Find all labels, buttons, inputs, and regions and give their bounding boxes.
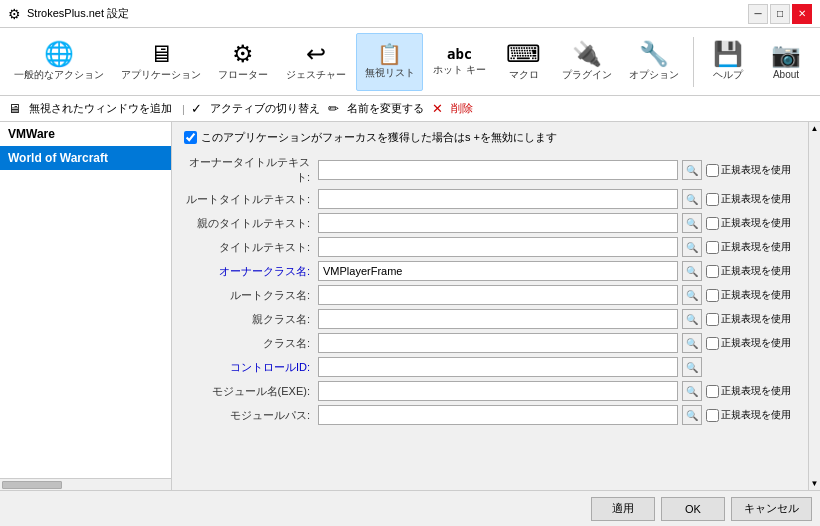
regex-title: 正規表現を使用 xyxy=(706,240,796,254)
regex-parent-class: 正規表現を使用 xyxy=(706,312,796,326)
regex-label-root-class: 正規表現を使用 xyxy=(721,288,791,302)
toolbar-help-label: ヘルプ xyxy=(713,68,743,82)
toolbar-application[interactable]: 🖥 アプリケーション xyxy=(113,33,208,91)
regex-cb-owner-class[interactable] xyxy=(706,265,719,278)
label-root-title: ルートタイトルテキスト: xyxy=(184,192,314,207)
regex-label-parent-class: 正規表現を使用 xyxy=(721,312,791,326)
toolbar-macro-label: マクロ xyxy=(509,68,539,82)
regex-label-module: 正規表現を使用 xyxy=(721,384,791,398)
input-root-class[interactable] xyxy=(318,285,678,305)
label-class: クラス名: xyxy=(184,336,314,351)
sidebar-item-vmware[interactable]: VMWare xyxy=(0,122,171,146)
input-title[interactable] xyxy=(318,237,678,257)
search-btn-owner-title[interactable]: 🔍 xyxy=(682,160,702,180)
regex-cb-root-title[interactable] xyxy=(706,193,719,206)
plugin-icon: 🔌 xyxy=(572,42,602,66)
toolbar-about-label: About xyxy=(773,69,799,80)
delete-button[interactable]: 削除 xyxy=(447,100,477,117)
input-parent-title[interactable] xyxy=(318,213,678,233)
input-parent-class[interactable] xyxy=(318,309,678,329)
toolbar-application-label: アプリケーション xyxy=(121,68,201,82)
disable-checkbox-label: このアプリケーションがフォーカスを獲得した場合はs +を無効にします xyxy=(201,130,557,145)
regex-cb-parent-title[interactable] xyxy=(706,217,719,230)
label-owner-title: オーナータイトルテキスト: xyxy=(184,155,314,185)
toolbar-options[interactable]: 🔧 オプション xyxy=(621,33,687,91)
regex-cb-title[interactable] xyxy=(706,241,719,254)
ok-button[interactable]: OK xyxy=(661,497,725,521)
close-button[interactable]: ✕ xyxy=(792,4,812,24)
sidebar: VMWare World of Warcraft xyxy=(0,122,172,478)
input-owner-class[interactable] xyxy=(318,261,678,281)
gesture-icon: ↩ xyxy=(306,42,326,66)
toolbar-about[interactable]: 📷 About xyxy=(758,33,814,91)
form-grid: オーナータイトルテキスト:🔍正規表現を使用ルートタイトルテキスト:🔍正規表現を使… xyxy=(184,155,796,425)
switch-active-button[interactable]: アクティブの切り替え xyxy=(206,100,324,117)
toolbar-general[interactable]: 🌐 一般的なアクション xyxy=(6,33,111,91)
toolbar-plugin-label: プラグイン xyxy=(562,68,612,82)
input-root-title[interactable] xyxy=(318,189,678,209)
cancel-button[interactable]: キャンセル xyxy=(731,497,812,521)
label-parent-class: 親クラス名: xyxy=(184,312,314,327)
search-btn-parent-class[interactable]: 🔍 xyxy=(682,309,702,329)
label-owner-class: オーナークラス名: xyxy=(184,264,314,279)
switch-icon: ✓ xyxy=(191,101,202,116)
label-parent-title: 親のタイトルテキスト: xyxy=(184,216,314,231)
search-btn-module2[interactable]: 🔍 xyxy=(682,405,702,425)
add-window-button[interactable]: 無視されたウィンドウを追加 xyxy=(25,100,176,117)
search-btn-owner-class[interactable]: 🔍 xyxy=(682,261,702,281)
search-btn-control-id[interactable]: 🔍 xyxy=(682,357,702,377)
input-control-id[interactable] xyxy=(318,357,678,377)
input-module2[interactable] xyxy=(318,405,678,425)
search-btn-parent-title[interactable]: 🔍 xyxy=(682,213,702,233)
search-btn-title[interactable]: 🔍 xyxy=(682,237,702,257)
scroll-up-arrow[interactable]: ▲ xyxy=(811,124,819,133)
regex-module: 正規表現を使用 xyxy=(706,384,796,398)
regex-cb-module[interactable] xyxy=(706,385,719,398)
regex-label-module2: 正規表現を使用 xyxy=(721,408,791,422)
search-btn-class[interactable]: 🔍 xyxy=(682,333,702,353)
disable-checkbox[interactable] xyxy=(184,131,197,144)
regex-cb-root-class[interactable] xyxy=(706,289,719,302)
regex-label-owner-title: 正規表現を使用 xyxy=(721,163,791,177)
toolbar-plugin[interactable]: 🔌 プラグイン xyxy=(554,33,620,91)
app-icon: ⚙ xyxy=(8,6,21,22)
apply-button[interactable]: 適用 xyxy=(591,497,655,521)
toolbar-gesture-label: ジェスチャー xyxy=(286,68,346,82)
regex-cb-parent-class[interactable] xyxy=(706,313,719,326)
regex-label-parent-title: 正規表現を使用 xyxy=(721,216,791,230)
search-btn-root-title[interactable]: 🔍 xyxy=(682,189,702,209)
label-root-class: ルートクラス名: xyxy=(184,288,314,303)
sidebar-item-wow[interactable]: World of Warcraft xyxy=(0,146,171,170)
main-toolbar: 🌐 一般的なアクション 🖥 アプリケーション ⚙ フローター ↩ ジェスチャー … xyxy=(0,28,820,96)
rename-button[interactable]: 名前を変更する xyxy=(343,100,428,117)
toolbar-hotkey-label: ホット キー xyxy=(433,63,486,77)
search-btn-root-class[interactable]: 🔍 xyxy=(682,285,702,305)
horizontal-scrollbar[interactable] xyxy=(0,478,171,490)
input-class[interactable] xyxy=(318,333,678,353)
scrollbar-thumb[interactable] xyxy=(2,481,62,489)
vertical-scrollbar[interactable]: ▲ ▼ xyxy=(808,122,820,490)
toolbar-ignore[interactable]: 📋 無視リスト xyxy=(356,33,424,91)
toolbar-help[interactable]: 💾 ヘルプ xyxy=(700,33,756,91)
toolbar-floater[interactable]: ⚙ フローター xyxy=(211,33,277,91)
regex-cb-owner-title[interactable] xyxy=(706,164,719,177)
regex-cb-module2[interactable] xyxy=(706,409,719,422)
toolbar-gesture[interactable]: ↩ ジェスチャー xyxy=(278,33,354,91)
toolbar-macro[interactable]: ⌨ マクロ xyxy=(496,33,552,91)
regex-cb-class[interactable] xyxy=(706,337,719,350)
minimize-button[interactable]: ─ xyxy=(748,4,768,24)
about-icon: 📷 xyxy=(771,43,801,67)
regex-root-title: 正規表現を使用 xyxy=(706,192,796,206)
scroll-down-arrow[interactable]: ▼ xyxy=(811,479,819,488)
regex-label-title: 正規表現を使用 xyxy=(721,240,791,254)
label-title: タイトルテキスト: xyxy=(184,240,314,255)
toolbar-hotkey[interactable]: abc ホット キー xyxy=(425,33,493,91)
main-area: VMWare World of Warcraft このアプリケーションがフォーカ… xyxy=(0,122,820,490)
search-btn-module[interactable]: 🔍 xyxy=(682,381,702,401)
regex-label-root-title: 正規表現を使用 xyxy=(721,192,791,206)
title-bar: ⚙ StrokesPlus.net 設定 ─ □ ✕ xyxy=(0,0,820,28)
input-module[interactable] xyxy=(318,381,678,401)
maximize-button[interactable]: □ xyxy=(770,4,790,24)
delete-icon: ✕ xyxy=(432,101,443,116)
input-owner-title[interactable] xyxy=(318,160,678,180)
